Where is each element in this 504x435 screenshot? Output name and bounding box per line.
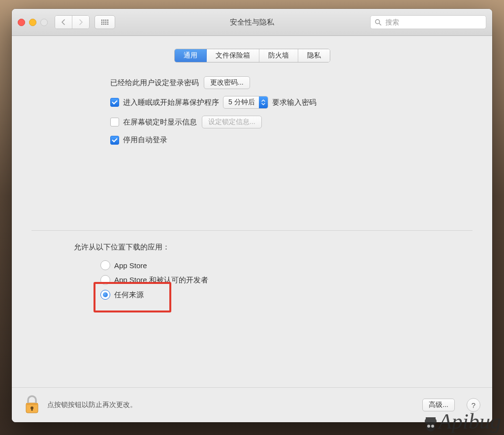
svg-point-10 [105, 24, 107, 25]
require-password-checkbox[interactable] [110, 98, 119, 107]
svg-point-7 [107, 22, 109, 23]
close-button[interactable] [18, 19, 25, 26]
svg-point-5 [103, 22, 105, 23]
set-lock-message-button: 设定锁定信息... [202, 116, 262, 128]
search-input[interactable] [384, 18, 482, 27]
tab-bar: 通用 文件保险箱 防火墙 隐私 [174, 49, 330, 62]
lock-text: 点按锁按钮以防止再次更改。 [47, 401, 137, 409]
svg-point-22 [431, 425, 434, 428]
traffic-lights [18, 19, 48, 26]
svg-point-6 [105, 22, 107, 23]
radio-identified[interactable] [100, 275, 110, 285]
help-button[interactable]: ? [467, 398, 480, 412]
show-message-checkbox[interactable] [110, 118, 119, 126]
svg-point-21 [427, 425, 430, 428]
allow-apps-section: 允许从以下位置下载的应用： App Store App Store 和被认可的开… [32, 243, 472, 302]
svg-point-3 [107, 20, 109, 21]
tab-privacy[interactable]: 隐私 [298, 49, 330, 62]
general-section: 已经给此用户设定登录密码 更改密码... 进入睡眠或开始屏幕保护程序 5 分钟后… [32, 76, 472, 161]
back-button[interactable] [55, 16, 72, 29]
radio-anywhere[interactable] [100, 290, 110, 300]
change-password-button[interactable]: 更改密码... [204, 76, 250, 89]
radio-appstore-label: App Store [114, 261, 147, 270]
svg-point-20 [426, 423, 435, 432]
disable-auto-login-label: 停用自动登录 [123, 135, 167, 145]
password-row: 已经给此用户设定登录密码 更改密码... [110, 76, 468, 89]
require-password-prefix: 进入睡眠或开始屏幕保护程序 [123, 98, 219, 107]
svg-point-0 [101, 20, 103, 21]
radio-row-anywhere[interactable]: 任何来源 [100, 287, 472, 302]
search-icon [375, 19, 381, 26]
show-message-label: 在屏幕锁定时显示信息 [123, 118, 197, 127]
radio-row-appstore[interactable]: App Store [100, 258, 472, 273]
svg-rect-15 [26, 403, 38, 405]
svg-line-13 [379, 23, 381, 25]
show-all-button[interactable] [94, 15, 115, 29]
minimize-button[interactable] [29, 19, 36, 26]
require-password-delay-select[interactable]: 5 分钟后 [223, 96, 268, 109]
svg-rect-17 [32, 408, 33, 411]
require-password-delay-value: 5 分钟后 [228, 98, 255, 107]
svg-point-1 [103, 20, 105, 21]
svg-point-2 [105, 20, 107, 21]
require-password-suffix: 要求输入密码 [272, 98, 316, 107]
svg-point-9 [103, 24, 105, 25]
svg-point-11 [107, 24, 109, 25]
search-field[interactable] [370, 15, 486, 29]
disable-auto-login-row: 停用自动登录 [110, 135, 468, 145]
stepper-icon [259, 96, 268, 108]
radio-appstore[interactable] [100, 260, 110, 270]
svg-point-8 [101, 24, 103, 25]
maximize-button [40, 19, 48, 26]
titlebar: 安全性与隐私 [12, 9, 492, 36]
lock-icon[interactable] [24, 395, 40, 415]
password-set-label: 已经给此用户设定登录密码 [110, 78, 199, 88]
allow-apps-radio-group: App Store App Store 和被认可的开发者 任何来源 [100, 258, 472, 302]
radio-identified-label: App Store 和被认可的开发者 [114, 276, 208, 285]
tab-general[interactable]: 通用 [175, 49, 207, 62]
forward-button[interactable] [72, 16, 89, 29]
nav-buttons [55, 15, 90, 29]
radio-row-identified[interactable]: App Store 和被认可的开发者 [100, 273, 472, 287]
tab-filevault[interactable]: 文件保险箱 [207, 49, 259, 62]
require-password-row: 进入睡眠或开始屏幕保护程序 5 分钟后 要求输入密码 [110, 96, 468, 109]
svg-point-4 [101, 22, 103, 23]
advanced-button[interactable]: 高级... [422, 399, 455, 411]
allow-apps-heading: 允许从以下位置下载的应用： [74, 243, 472, 252]
preferences-window: 安全性与隐私 通用 文件保险箱 防火墙 隐私 已经给此用户设定登录密码 更改密码… [12, 9, 492, 422]
window-body: 通用 文件保险箱 防火墙 隐私 已经给此用户设定登录密码 更改密码... 进入睡… [12, 36, 492, 422]
disable-auto-login-checkbox[interactable] [110, 136, 119, 145]
tab-firewall[interactable]: 防火墙 [259, 49, 298, 62]
footer: 点按锁按钮以防止再次更改。 高级... ? [12, 387, 492, 422]
show-message-row: 在屏幕锁定时显示信息 设定锁定信息... [110, 116, 468, 128]
radio-anywhere-label: 任何来源 [114, 290, 144, 300]
divider [32, 230, 472, 231]
